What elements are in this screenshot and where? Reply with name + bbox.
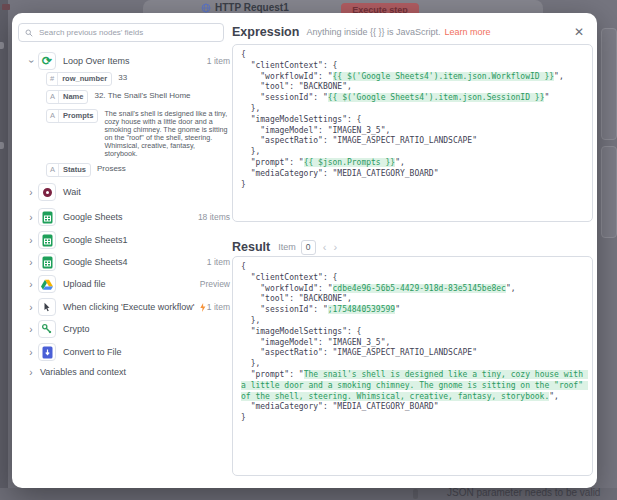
next-item-icon[interactable]: › [333, 241, 337, 254]
tree-node-upload-file[interactable]: › Upload file Preview [26, 275, 230, 293]
chevron-right-icon[interactable]: › [26, 347, 36, 358]
tree-node-variables-and-context[interactable]: › Variables and context [26, 365, 230, 379]
loop-over-items-icon: ⟳ [38, 52, 56, 70]
field-value: Prosess [97, 163, 126, 175]
expression-editor-modal: › ⟳ Loop Over Items 1 item #row_number 3… [12, 13, 597, 488]
result-header: Result Item 0 ‹ › [232, 239, 593, 255]
google-sheets-icon [38, 231, 56, 249]
search-input-wrap[interactable] [18, 23, 224, 42]
result-view: { "clientContext": { "workflowId": "cdbe… [232, 256, 593, 476]
expression-editor[interactable]: { "clientContext": { "workflowId": "{{ $… [232, 44, 593, 222]
search-icon [25, 29, 33, 37]
text-type-icon: A [47, 91, 59, 103]
chevron-right-icon[interactable]: › [26, 187, 36, 198]
globe-icon [201, 3, 211, 13]
text-type-icon: A [47, 110, 59, 122]
field-status[interactable]: AStatus Prosess [46, 163, 126, 177]
field-value: 33 [118, 72, 127, 84]
tree-node-convert-to-file[interactable]: › Convert to File [26, 343, 230, 361]
scrollbar-handle[interactable] [413, 489, 418, 499]
item-count: 1 item [207, 302, 230, 312]
item-count: Preview [200, 279, 230, 289]
expression-subtitle: Anything inside {{ }} is JavaScript. [306, 27, 440, 37]
google-sheets-icon [38, 253, 56, 271]
google-sheets-icon [38, 208, 56, 226]
background-panel-shape [601, 146, 617, 238]
background-left-strip [0, 0, 8, 500]
background-node-panel: HTTP Request1 Execute step [143, 0, 543, 14]
tree-node-google-sheets[interactable]: › Google Sheets 18 items [26, 208, 230, 226]
search-input[interactable] [37, 27, 223, 38]
field-value: 32. The Snail's Shell Home [94, 90, 190, 102]
field-value: The snail's shell is designed like a tin… [104, 110, 228, 157]
field-name[interactable]: AName 32. The Snail's Shell Home [46, 90, 191, 104]
chevron-right-icon[interactable]: › [26, 302, 36, 313]
result-item-index[interactable]: 0 [301, 240, 316, 255]
item-count: 1 item [207, 257, 230, 267]
chevron-right-icon[interactable]: › [26, 257, 36, 268]
tree-node-google-sheets1[interactable]: › Google Sheets1 [26, 231, 230, 249]
item-count: 18 items [198, 212, 230, 222]
result-title: Result [232, 240, 270, 254]
cursor-icon [38, 298, 56, 316]
result-item-label: Item [278, 242, 296, 252]
chevron-right-icon[interactable]: › [26, 367, 36, 378]
field-prompts[interactable]: APrompts The snail's shell is designed l… [46, 109, 228, 157]
background-tick [0, 42, 4, 49]
tree-node-manual-trigger[interactable]: › When clicking 'Execute workflow' 1 ite… [26, 298, 230, 316]
text-type-icon: A [47, 164, 59, 176]
screen: HTTP Request1 Execute step JSON paramete… [0, 0, 617, 500]
google-drive-icon [38, 275, 56, 293]
background-mark [2, 4, 10, 10]
expression-title: Expression [232, 25, 299, 39]
chevron-right-icon[interactable]: › [26, 324, 36, 335]
tree-node-google-sheets4[interactable]: › Google Sheets4 1 item [26, 253, 230, 271]
wait-icon [38, 183, 56, 201]
key-icon [38, 320, 56, 338]
json-validation-hint: JSON parameter needs to be valid [447, 487, 600, 498]
file-icon [38, 343, 56, 361]
background-node-title: HTTP Request1 [201, 2, 289, 13]
lightning-icon [198, 303, 206, 312]
chevron-right-icon[interactable]: › [26, 279, 36, 290]
tree-node-wait[interactable]: › Wait [26, 183, 230, 201]
number-type-icon: # [47, 73, 58, 85]
background-tick [0, 142, 4, 149]
close-icon[interactable]: ✕ [574, 24, 584, 40]
chevron-down-icon[interactable]: › [26, 56, 37, 66]
learn-more-link[interactable]: Learn more [444, 27, 490, 37]
tree-node-crypto[interactable]: › Crypto [26, 320, 230, 338]
chevron-right-icon[interactable]: › [26, 212, 36, 223]
prev-item-icon[interactable]: ‹ [323, 241, 327, 254]
field-row-number[interactable]: #row_number 33 [46, 72, 127, 86]
background-panel-shape [601, 28, 617, 140]
item-count: 1 item [207, 56, 230, 66]
background-node-title-text: HTTP Request1 [215, 2, 289, 13]
tree-node-loop-over-items[interactable]: › ⟳ Loop Over Items 1 item [26, 52, 230, 70]
chevron-right-icon[interactable]: › [26, 235, 36, 246]
expression-header: Expression Anything inside {{ }} is Java… [232, 24, 593, 40]
